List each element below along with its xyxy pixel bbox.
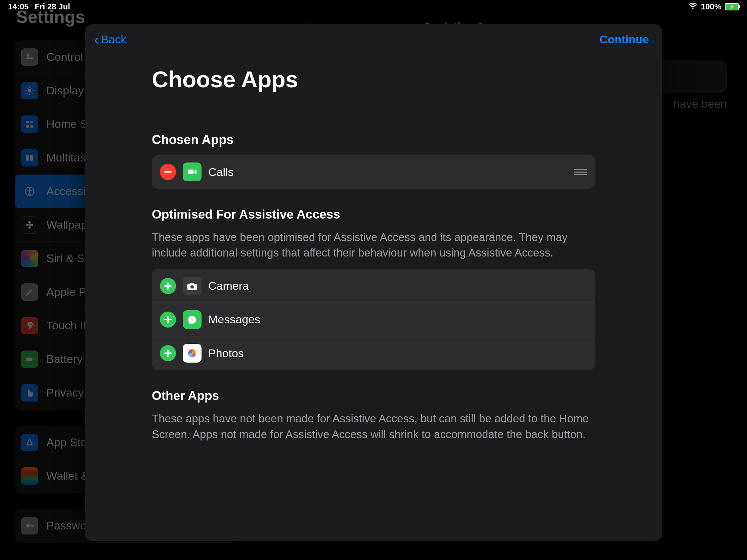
status-date: Fri 28 Jul [34, 2, 70, 11]
photos-icon [183, 344, 202, 363]
svg-point-27 [188, 353, 192, 357]
optimised-apps-list: Camera Messages Photos [152, 269, 595, 370]
hand-icon [21, 384, 38, 402]
svg-point-11 [28, 223, 31, 226]
svg-rect-17 [32, 358, 33, 360]
background-right-text: have been [673, 97, 727, 110]
svg-point-13 [28, 226, 31, 229]
toggles-icon [21, 48, 38, 66]
svg-rect-16 [26, 357, 32, 361]
messages-icon [183, 310, 202, 329]
svg-point-15 [31, 223, 33, 226]
optimised-app-row[interactable]: Photos [152, 337, 595, 370]
chosen-apps-header: Chosen Apps [152, 133, 595, 147]
brightness-icon [21, 82, 38, 99]
sidebar-item-label: Battery [46, 352, 83, 366]
app-label: Photos [208, 347, 244, 360]
svg-rect-6 [31, 125, 33, 128]
optimised-app-row[interactable]: Camera [152, 269, 595, 303]
svg-rect-8 [30, 155, 33, 161]
facetime-icon [183, 162, 202, 181]
key-icon [21, 517, 38, 534]
svg-point-28 [188, 350, 192, 353]
status-time: 14:05 [8, 2, 29, 11]
accessibility-icon [21, 183, 38, 200]
siri-icon [21, 250, 38, 267]
optimised-description: These apps have been optimised for Assis… [152, 230, 595, 261]
grid-icon [21, 115, 38, 133]
multitask-icon [21, 149, 38, 166]
svg-point-20 [190, 285, 194, 289]
page-title: Choose Apps [152, 66, 595, 92]
svg-point-14 [26, 223, 29, 226]
wifi-icon [688, 1, 698, 12]
svg-rect-19 [188, 169, 194, 174]
battery-icon: ⚡ [725, 3, 739, 10]
svg-point-18 [26, 524, 30, 528]
chevron-left-icon: ‹ [94, 33, 99, 45]
pencil-icon [21, 283, 38, 301]
choose-apps-modal: ‹ Back Continue Choose Apps Chosen Apps … [85, 24, 662, 541]
add-button[interactable] [160, 312, 176, 328]
fingerprint-icon [21, 317, 38, 335]
svg-point-10 [29, 188, 31, 190]
remove-button[interactable] [160, 164, 176, 180]
svg-point-12 [28, 221, 31, 223]
chosen-apps-list: Calls [152, 155, 595, 189]
add-button[interactable] [160, 345, 176, 361]
app-label: Calls [208, 165, 234, 179]
svg-point-2 [28, 89, 31, 92]
battery-icon [21, 350, 38, 368]
svg-rect-1 [26, 57, 33, 59]
svg-point-0 [27, 54, 29, 57]
other-apps-description: These apps have not been made for Assist… [152, 411, 595, 442]
other-apps-header: Other Apps [152, 389, 595, 403]
wallet-icon [21, 467, 38, 485]
svg-rect-5 [26, 125, 29, 128]
svg-point-26 [192, 353, 196, 357]
add-button[interactable] [160, 278, 176, 294]
status-bar: 14:05 Fri 28 Jul 100% ⚡ [0, 0, 747, 14]
optimised-app-row[interactable]: Messages [152, 303, 595, 337]
drag-handle-icon[interactable] [574, 169, 587, 175]
flower-icon [21, 216, 38, 234]
camera-icon [183, 277, 202, 295]
battery-percentage: 100% [701, 2, 721, 11]
chosen-app-row[interactable]: Calls [152, 155, 595, 189]
svg-rect-7 [26, 155, 29, 161]
back-label: Back [101, 33, 127, 46]
optimised-header: Optimised For Assistive Access [152, 208, 595, 221]
svg-point-25 [192, 350, 196, 353]
appstore-icon [21, 434, 38, 451]
back-button[interactable]: ‹ Back [94, 33, 126, 46]
continue-button[interactable]: Continue [599, 33, 649, 46]
modal-header: ‹ Back Continue [85, 24, 662, 53]
svg-rect-4 [31, 121, 33, 124]
app-label: Messages [208, 313, 260, 326]
app-label: Camera [208, 279, 249, 292]
svg-rect-3 [26, 121, 29, 124]
